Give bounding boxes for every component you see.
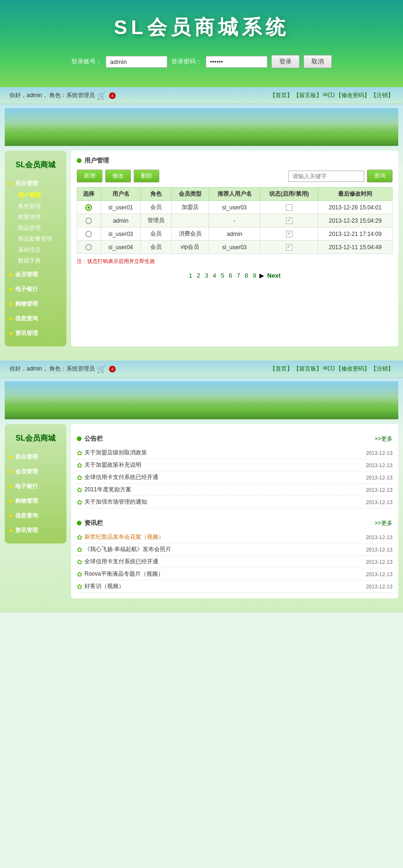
board-link-2[interactable]: 【留言板】 bbox=[293, 365, 322, 373]
radio-checked[interactable] bbox=[85, 204, 92, 211]
bulletin-item: ✿ 2011年度奖励方案 2013-12-13 bbox=[77, 484, 393, 496]
sidebar2-group-news: 资讯管理 bbox=[5, 524, 66, 537]
table-row: sl_user03 会员 消费会员 admin 2013-12-21 17:14… bbox=[77, 227, 393, 241]
sidebar-sub-package-mgmt[interactable]: 商品套餐管理 bbox=[14, 234, 66, 244]
sidebar-sub-goods-mgmt[interactable]: 商品管理 bbox=[14, 223, 66, 234]
search-input[interactable] bbox=[288, 171, 364, 182]
logout-link-2[interactable]: 【注销】 bbox=[371, 365, 394, 373]
board-link[interactable]: 【留言板】 bbox=[293, 91, 322, 99]
bulletin-header: 公告栏 >>更多 bbox=[77, 434, 393, 443]
page-1[interactable]: 1 bbox=[189, 272, 192, 279]
dot2-icon-4 bbox=[9, 500, 12, 503]
account-input[interactable] bbox=[106, 56, 167, 68]
cell-status[interactable] bbox=[260, 214, 318, 227]
news-item: ✿ 新世纪暂品发布会花絮（视频） 2013-12-13 bbox=[77, 531, 393, 543]
news-more[interactable]: >>更多 bbox=[375, 519, 393, 527]
cell-time: 2013-12-23 15:04:29 bbox=[318, 214, 393, 227]
page-6[interactable]: 6 bbox=[229, 272, 232, 279]
sidebar2-item-info[interactable]: 信息查询 bbox=[5, 509, 66, 522]
cell-status[interactable] bbox=[260, 241, 318, 254]
cart-icon-2[interactable]: 🛒 bbox=[97, 364, 106, 373]
edit-button[interactable]: 修改 bbox=[105, 170, 131, 182]
sidebar-sub-perm-mgmt[interactable]: 权限管理 bbox=[14, 212, 66, 223]
dot-icon-2 bbox=[9, 273, 12, 276]
sidebar-item-shop[interactable]: 购物管理 bbox=[5, 298, 66, 310]
cart-icon[interactable]: 🛒 bbox=[97, 91, 106, 100]
sidebar2-item-member[interactable]: 会员管理 bbox=[5, 465, 66, 478]
sidebar-item-admin[interactable]: 后台管理 bbox=[5, 177, 66, 190]
cell-select[interactable] bbox=[77, 214, 101, 227]
dot-icon-4 bbox=[9, 303, 12, 306]
bulletin-link-3[interactable]: 全球信用卡支付系统已经开通 bbox=[84, 473, 158, 481]
page-8[interactable]: 8 bbox=[245, 272, 248, 279]
col-status: 状态(启用/禁用) bbox=[260, 188, 318, 201]
sidebar-2: SL会员商城 后台管理 会员管理 电子银行 bbox=[5, 424, 66, 543]
bulletin-link-4[interactable]: 2011年度奖励方案 bbox=[84, 486, 131, 494]
bulletin-more[interactable]: >>更多 bbox=[375, 435, 393, 443]
change-pwd-link-2[interactable]: 【修改密码】 bbox=[336, 365, 370, 373]
cell-select[interactable] bbox=[77, 201, 101, 214]
mail-link-2[interactable]: ✉(1) bbox=[323, 365, 335, 373]
mail-link[interactable]: ✉(1) bbox=[323, 91, 335, 99]
news-item: ✿ Roova平衡液晶专题片（视频） 2013-12-13 bbox=[77, 568, 393, 580]
cell-type bbox=[171, 214, 209, 227]
news-link-4[interactable]: Roova平衡液晶专题片（视频） bbox=[84, 570, 164, 578]
logout-link[interactable]: 【注销】 bbox=[371, 91, 394, 99]
page-7[interactable]: 7 bbox=[237, 272, 240, 279]
radio-unchecked[interactable] bbox=[85, 231, 92, 237]
home-link-2[interactable]: 【首页】 bbox=[270, 365, 293, 373]
sidebar-sub-role-mgmt[interactable]: 角色管理 bbox=[14, 201, 66, 212]
cell-status[interactable] bbox=[260, 201, 318, 214]
table-row: sl_user01 会员 加盟店 sl_user03 2013-12-26 15… bbox=[77, 201, 393, 214]
radio-unchecked[interactable] bbox=[85, 244, 92, 251]
sidebar2-item-admin[interactable]: 后台管理 bbox=[5, 451, 66, 463]
checkbox-checked[interactable] bbox=[286, 244, 293, 251]
news-link-2[interactable]: 《我心飞扬 幸福起航》发布会照片 bbox=[84, 545, 171, 553]
login-button[interactable]: 登录 bbox=[271, 55, 300, 68]
add-button[interactable]: 新增 bbox=[77, 170, 102, 182]
checkbox-unchecked[interactable] bbox=[286, 204, 293, 211]
table-row: sl_user04 会员 vip会员 sl_user03 2013-12-11 … bbox=[77, 241, 393, 254]
bulletin-link-2[interactable]: 关于加盟政策补充说明 bbox=[84, 461, 141, 469]
bulletin-item: ✿ 关于加盟店级别取消政策 2013-12-13 bbox=[77, 447, 393, 459]
sidebar-sub-basic-info[interactable]: 基础信息 bbox=[14, 244, 66, 255]
page-2[interactable]: 2 bbox=[197, 272, 200, 279]
cell-select[interactable] bbox=[77, 241, 101, 254]
sidebar-item-member[interactable]: 会员管理 bbox=[5, 268, 66, 281]
change-pwd-link[interactable]: 【修改密码】 bbox=[336, 91, 370, 99]
sidebar2-item-shop[interactable]: 购物管理 bbox=[5, 495, 66, 507]
checkbox-checked[interactable] bbox=[286, 217, 293, 224]
sidebar-sub-user-mgmt[interactable]: 用户管理 bbox=[14, 190, 66, 201]
news-link-1[interactable]: 新世纪暂品发布会花絮（视频） bbox=[84, 533, 164, 541]
page-9[interactable]: 9 bbox=[253, 272, 256, 279]
radio-unchecked[interactable] bbox=[85, 217, 92, 224]
home-link[interactable]: 【首页】 bbox=[270, 91, 293, 99]
account-label: 登录账号： bbox=[71, 57, 102, 66]
page-3[interactable]: 3 bbox=[205, 272, 208, 279]
query-button[interactable]: 查询 bbox=[367, 170, 393, 182]
sidebar-sub-data-dict[interactable]: 数据字典 bbox=[14, 255, 66, 266]
news-link-3[interactable]: 全球信用卡支付系统已经开通 bbox=[84, 558, 158, 566]
sidebar-item-news[interactable]: 资讯管理 bbox=[5, 327, 66, 340]
page-5[interactable]: 5 bbox=[221, 272, 224, 279]
checkbox-checked[interactable] bbox=[286, 231, 293, 237]
bulletin-date-4: 2013-12-13 bbox=[366, 487, 393, 493]
green-dot-icon bbox=[77, 158, 82, 163]
cell-time: 2013-12-21 17:14:09 bbox=[318, 227, 393, 241]
next-button[interactable]: Next bbox=[267, 272, 281, 279]
bulletin-link-5[interactable]: 关于加强市场管理的通知 bbox=[84, 498, 147, 506]
password-input[interactable] bbox=[206, 56, 267, 68]
cell-select[interactable] bbox=[77, 227, 101, 241]
sidebar2-item-bank[interactable]: 电子银行 bbox=[5, 480, 66, 493]
cancel-button[interactable]: 取消 bbox=[303, 55, 332, 68]
delete-button[interactable]: 删除 bbox=[134, 170, 159, 182]
page-4[interactable]: 4 bbox=[213, 272, 216, 279]
bulletin-link-1[interactable]: 关于加盟店级别取消政策 bbox=[84, 449, 147, 457]
sidebar-item-bank[interactable]: 电子银行 bbox=[5, 283, 66, 296]
dot-icon bbox=[9, 182, 12, 185]
news-dot-icon: ✿ bbox=[77, 558, 82, 566]
cell-status[interactable] bbox=[260, 227, 318, 241]
sidebar-item-info[interactable]: 信息查询 bbox=[5, 312, 66, 325]
sidebar2-item-news-mgmt[interactable]: 资讯管理 bbox=[5, 524, 66, 537]
news-link-5[interactable]: 好客访（视频） bbox=[84, 582, 124, 590]
